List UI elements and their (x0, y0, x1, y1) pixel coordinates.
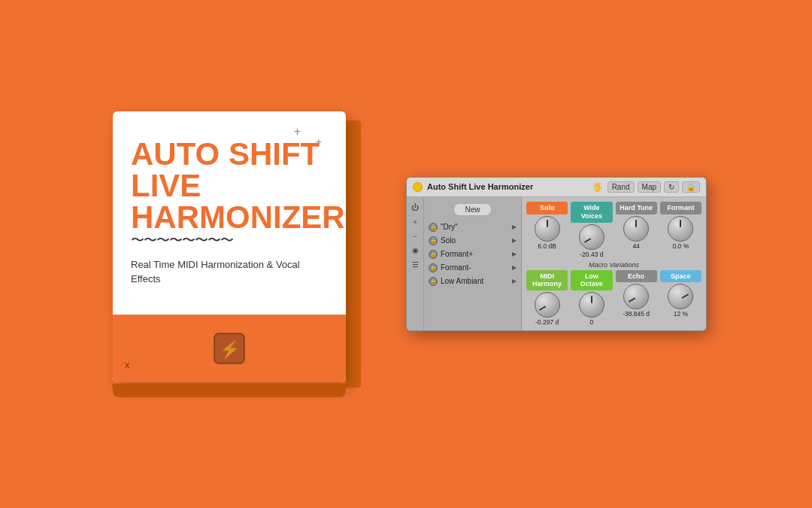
list-icon[interactable]: ☰ (409, 259, 421, 271)
knob-midi-harmony[interactable] (535, 292, 560, 318)
knob-container-hard-tune: 44 (623, 216, 649, 250)
knob-container-solo: 6.0 dB (535, 216, 560, 250)
knob-value-hard-tune: 44 (632, 242, 639, 250)
preset-lock-formant-minus: 🔒 (429, 263, 438, 272)
brand-logo: ⚡ (211, 330, 248, 367)
lock-button[interactable]: 🔒 (682, 181, 700, 193)
preset-item-low-ambiant[interactable]: 🔒 Low Ambiant ▶ (424, 275, 521, 288)
preset-play-solo: ▶ (512, 237, 517, 244)
knob-hard-tune[interactable] (623, 216, 649, 242)
preset-play-formant-minus: ▶ (512, 264, 517, 271)
plugin-title: Auto Shift Live Harmonizer (427, 182, 588, 191)
box-plus-1: + (294, 125, 301, 138)
preset-item-formant-plus[interactable]: 🔒 Formant+ ▶ (424, 248, 521, 261)
box-subtitle: Real Time MIDI Harmonization & Vocal Eff… (131, 257, 328, 287)
box-divider-wavy: 〜〜〜〜〜〜〜〜 (131, 233, 328, 247)
preset-name-solo: Solo (441, 236, 509, 245)
knob-value-midi-harmony: -0.297 d (535, 318, 559, 326)
macro-cell-midi-harmony: MIDI Harmony -0.297 d (526, 270, 568, 327)
box-top-section: + + AUTO SHIFT LIVE HARMONIZER 〜〜〜〜〜〜〜〜 … (113, 111, 346, 315)
preset-new-row: New (424, 202, 521, 216)
preset-left-icons: ⏻ ＋ － ◉ ☰ (407, 197, 424, 330)
macro-label-echo: Echo (616, 270, 657, 283)
box-plus-2: + (316, 135, 322, 148)
knob-value-formant: 0.0 % (673, 242, 689, 250)
preset-play-formant-plus: ▶ (512, 251, 517, 257)
knob-value-solo: 6.0 dB (538, 242, 556, 250)
title-hand-icon: 🖐 (592, 182, 603, 192)
macro-label-hard-tune: Hard Tune (616, 202, 657, 214)
minus-icon[interactable]: － (409, 230, 421, 242)
knob-container-formant: 0.0 % (668, 216, 693, 250)
knob-container-space: 12 % (668, 284, 693, 318)
knob-value-echo: -38.845 d (623, 310, 650, 318)
macro-panel: Solo 6.0 dB Wide Voices -20.43 d (522, 197, 706, 330)
knob-container-wide-voices: -20.43 d (579, 224, 604, 258)
preset-name-formant-plus: Formant+ (441, 250, 509, 258)
macro-label-formant: Formant (660, 202, 701, 214)
knob-value-wide-voices: -20.43 d (580, 251, 603, 258)
preset-lock-dry: 🔒 (429, 223, 438, 232)
macro-cell-solo: Solo 6.0 dB (526, 202, 568, 258)
knob-echo[interactable] (623, 284, 649, 309)
macro-label-space: Space (660, 270, 701, 283)
knob-low-octave[interactable] (579, 292, 604, 318)
knob-container-midi-harmony: -0.297 d (535, 292, 560, 326)
knob-value-low-octave: 0 (590, 318, 594, 326)
preset-panel: New 🔒 "Dry" ▶ 🔒 Solo ▶ 🔒 Formant+ ▶ (424, 197, 522, 330)
preset-new-button[interactable]: New (453, 203, 491, 216)
box-side (346, 120, 361, 387)
macro-cell-wide-voices: Wide Voices -20.43 d (571, 202, 612, 258)
knob-value-space: 12 % (674, 310, 688, 318)
map-button[interactable]: Map (638, 181, 661, 193)
preset-name-low-ambiant: Low Ambiant (441, 277, 509, 285)
preset-item-formant-minus[interactable]: 🔒 Formant- ▶ (424, 261, 521, 275)
macro-cell-space: Space 12 % (660, 270, 701, 327)
preset-item-solo[interactable]: 🔒 Solo ▶ (424, 234, 521, 248)
knob-solo[interactable] (535, 216, 560, 242)
preset-lock-low-ambiant: 🔒 (429, 277, 438, 286)
macro-cell-low-octave: Low Octave 0 (571, 270, 612, 327)
preset-name-formant-minus: Formant- (441, 263, 509, 272)
knob-space[interactable] (668, 284, 693, 309)
product-box: + + AUTO SHIFT LIVE HARMONIZER 〜〜〜〜〜〜〜〜 … (105, 111, 361, 397)
content-area: + + AUTO SHIFT LIVE HARMONIZER 〜〜〜〜〜〜〜〜 … (0, 0, 812, 508)
svg-text:⚡: ⚡ (220, 339, 241, 360)
macro-variations-label: Macro Variations (526, 261, 701, 269)
power-icon[interactable]: ⏻ (409, 202, 421, 214)
box-bottom-section: x ⚡ (113, 315, 346, 382)
circle-icon[interactable]: ◉ (409, 245, 421, 257)
preset-item-dry[interactable]: 🔒 "Dry" ▶ (424, 221, 521, 234)
knob-formant[interactable] (668, 216, 693, 242)
window-dot (413, 182, 423, 192)
refresh-button[interactable]: ↻ (664, 181, 679, 193)
box-title: AUTO SHIFT LIVE HARMONIZER (131, 138, 328, 233)
box-front: + + AUTO SHIFT LIVE HARMONIZER 〜〜〜〜〜〜〜〜 … (113, 111, 346, 382)
plugin-body: ⏻ ＋ － ◉ ☰ New 🔒 "Dry" ▶ 🔒 Solo (407, 197, 706, 330)
box-x-mark: x (125, 359, 130, 370)
rand-button[interactable]: Rand (607, 181, 635, 193)
knob-container-low-octave: 0 (579, 292, 604, 326)
macro-cell-echo: Echo -38.845 d (616, 270, 657, 327)
plus-icon[interactable]: ＋ (409, 216, 421, 228)
plugin-titlebar: Auto Shift Live Harmonizer 🖐 Rand Map ↻ … (407, 178, 706, 197)
macro-label-midi-harmony: MIDI Harmony (526, 270, 568, 291)
knob-container-echo: -38.845 d (623, 284, 650, 318)
knob-wide-voices[interactable] (579, 224, 604, 250)
macro-label-low-octave: Low Octave (571, 270, 612, 291)
preset-play-dry: ▶ (512, 224, 517, 230)
macro-label-wide-voices: Wide Voices (571, 202, 612, 223)
preset-lock-solo: 🔒 (429, 236, 438, 245)
box-bottom-side (112, 384, 347, 397)
macro-grid-top: Solo 6.0 dB Wide Voices -20.43 d (526, 202, 701, 258)
plugin-window: Auto Shift Live Harmonizer 🖐 Rand Map ↻ … (406, 177, 707, 331)
preset-name-dry: "Dry" (441, 223, 509, 231)
macro-grid-bottom: MIDI Harmony -0.297 d Low Octave 0 (526, 270, 701, 327)
preset-play-low-ambiant: ▶ (512, 278, 517, 284)
title-buttons: Rand Map ↻ 🔒 (607, 181, 700, 193)
macro-label-solo: Solo (526, 202, 568, 214)
preset-lock-formant-plus: 🔒 (429, 250, 438, 259)
macro-cell-formant: Formant 0.0 % (660, 202, 701, 258)
macro-cell-hard-tune: Hard Tune 44 (616, 202, 657, 258)
